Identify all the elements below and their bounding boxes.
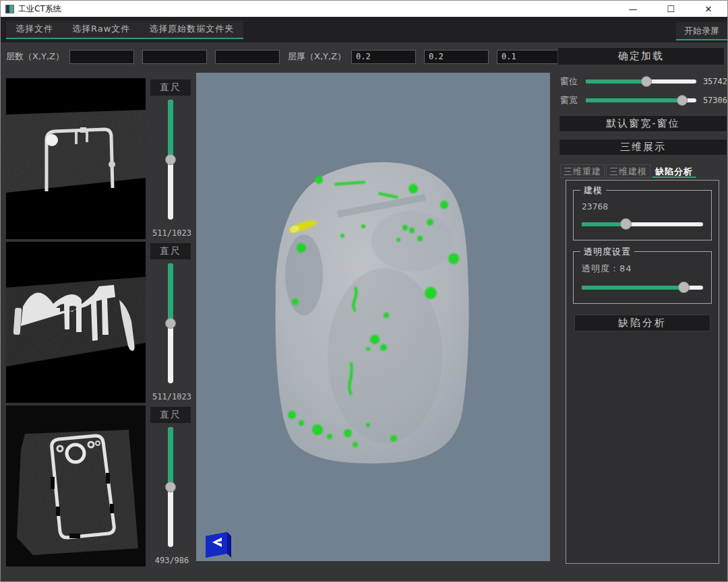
orientation-cube-logo [206,532,231,558]
ruler-column-top: 直尺 511/1023 [148,78,196,239]
layers-y-input[interactable] [142,50,207,64]
window-width-slider[interactable] [586,95,696,106]
ruler-label: 直尺 [150,407,191,423]
ruler-label: 直尺 [150,79,191,96]
toolbar: 选择文件 选择Raw文件 选择原始数据文件夹 开始录屏 [1,17,727,42]
slice-index-value: 511/1023 [148,228,196,238]
select-raw-file-button[interactable]: 选择Raw文件 [63,21,140,38]
slice-slider-bottom[interactable] [165,427,176,547]
slice-index-value: 511/1023 [148,392,196,401]
window-level-value: 35742 [700,77,728,86]
window-level-label: 窗位 [560,75,582,88]
ct-slice-view-top[interactable] [6,78,146,239]
window-title: 工业CT系统 [18,3,61,15]
modeling-threshold-value: 23768 [582,201,703,212]
app-window: 工业CT系统 — ☐ ✕ 选择文件 选择Raw文件 选择原始数据文件夹 开始录屏… [0,0,728,582]
slider-handle[interactable] [678,282,690,293]
right-control-panel: 窗位 35742 窗宽 57306 默认窗宽-窗位 三维展示 [555,71,728,582]
maximize-button[interactable]: ☐ [652,1,690,17]
window-width-label: 窗宽 [560,94,582,106]
slider-handle[interactable] [165,154,176,165]
window-level-slider[interactable] [586,76,696,87]
slice-slider-middle[interactable] [165,263,176,383]
window-width-value: 57306 [700,96,728,105]
modeling-group-title: 建模 [580,185,606,197]
tab-defect-analysis[interactable]: 缺陷分析 [652,164,696,178]
slice-index-value: 493/986 [148,556,196,565]
ruler-column-middle: 直尺 511/1023 [148,242,196,403]
modeling-threshold-slider[interactable] [582,218,703,230]
tab-3d-reconstruction[interactable]: 三维重建 [560,164,605,178]
slider-fill [582,286,684,290]
slider-fill [586,98,682,102]
parameter-row: 层数（X,Y,Z） 层厚（X,Y,Z） 确定加载 [1,42,727,71]
ct-slice-image-xy [6,78,146,239]
close-button[interactable]: ✕ [690,1,727,17]
3d-viewport[interactable] [196,73,550,561]
defect-analysis-tab-content: 建模 23768 透明度设置 透明度：84 [566,180,719,564]
layers-z-input[interactable] [215,50,280,64]
layers-x-input[interactable] [69,50,134,64]
slider-handle[interactable] [677,95,688,106]
start-recording-button[interactable]: 开始录屏 [676,22,727,40]
opacity-group-title: 透明度设置 [580,246,634,258]
ct-slice-image-xz [6,242,146,403]
opacity-value-label: 透明度：84 [582,263,703,275]
slider-fill [168,427,173,487]
slider-handle[interactable] [620,218,632,230]
window-controls: — ☐ ✕ [614,1,727,17]
tab-3d-modeling[interactable]: 三维建模 [606,164,650,178]
file-button-group: 选择文件 选择Raw文件 选择原始数据文件夹 [6,21,243,39]
modeling-groupbox: 建模 23768 [573,190,712,240]
opacity-groupbox: 透明度设置 透明度：84 [573,251,712,304]
3d-volume-render [196,73,550,561]
title-bar: 工业CT系统 — ☐ ✕ [1,1,727,17]
analysis-tabs: 三维重建 三维建模 缺陷分析 [560,164,728,178]
app-icon [5,5,14,13]
select-raw-folder-button[interactable]: 选择原始数据文件夹 [140,21,243,38]
window-level-row: 窗位 35742 [560,73,728,90]
minimize-button[interactable]: — [614,1,652,17]
main-area: 直尺 511/1023 直尺 [1,71,727,581]
ct-slice-view-bottom[interactable] [6,406,146,567]
slider-handle[interactable] [641,76,652,87]
slice-slider-top[interactable] [165,100,176,220]
defect-analysis-button[interactable]: 缺陷分析 [574,315,710,331]
opacity-slider[interactable] [582,282,703,294]
slider-fill [168,263,173,323]
ruler-column-bottom: 直尺 493/986 [148,406,196,567]
slider-fill [168,100,173,160]
ct-slice-view-middle[interactable] [6,242,146,403]
ruler-label: 直尺 [150,243,191,259]
slider-fill [582,222,626,226]
slider-handle[interactable] [165,318,176,329]
display-3d-button[interactable]: 三维展示 [559,139,727,156]
thickness-x-input[interactable] [351,50,416,64]
window-width-row: 窗宽 57306 [560,92,728,108]
slider-fill [586,79,646,84]
default-ww-wl-button[interactable]: 默认窗宽-窗位 [559,115,727,132]
slider-handle[interactable] [165,482,176,492]
confirm-load-button[interactable]: 确定加载 [557,47,725,65]
select-file-button[interactable]: 选择文件 [6,21,63,38]
thickness-z-input[interactable] [497,50,562,64]
ct-slice-image-yz [6,406,146,567]
thickness-y-input[interactable] [424,50,489,64]
thickness-label: 层厚（X,Y,Z） [288,51,346,63]
layers-label: 层数（X,Y,Z） [6,51,64,63]
